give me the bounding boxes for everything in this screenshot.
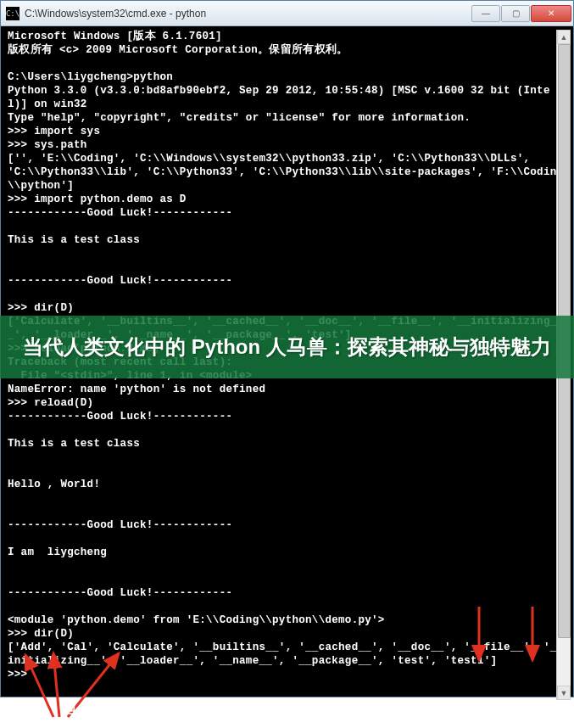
overlay-banner: 当代人类文化中的 Python 人马兽：探索其神秘与独特魅力	[0, 316, 574, 378]
close-button[interactable]: ✕	[531, 5, 571, 22]
overlay-headline: 当代人类文化中的 Python 人马兽：探索其神秘与独特魅力	[23, 333, 551, 361]
scroll-down-arrow[interactable]: ▼	[557, 686, 571, 700]
cmd-icon: C:\	[6, 7, 20, 20]
minimize-button[interactable]: —	[471, 5, 500, 22]
window-controls: — ▢ ✕	[471, 5, 571, 22]
scroll-up-arrow[interactable]: ▲	[557, 30, 571, 44]
footer-label: 半:	[68, 705, 85, 721]
window-title: C:\Windows\system32\cmd.exe - python	[25, 8, 471, 20]
titlebar[interactable]: C:\ C:\Windows\system32\cmd.exe - python…	[1, 1, 573, 26]
maximize-button[interactable]: ▢	[501, 5, 530, 22]
